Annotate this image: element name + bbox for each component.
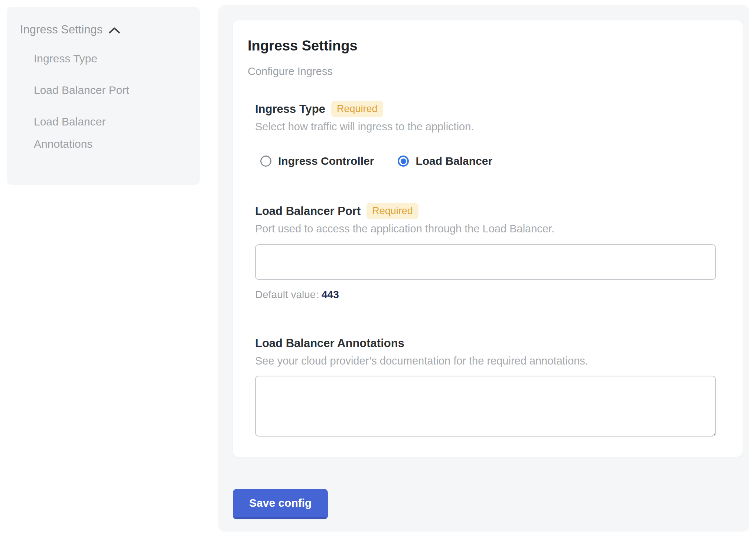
- load-balancer-annotations-textarea[interactable]: [255, 376, 716, 437]
- radio-option-load-balancer[interactable]: Load Balancer: [398, 155, 492, 167]
- sidebar-group-ingress-settings[interactable]: Ingress Settings: [20, 22, 186, 38]
- field-description-load-balancer-port: Port used to access the application thro…: [255, 222, 728, 235]
- field-label-load-balancer-annotations: Load Balancer Annotations: [255, 336, 404, 351]
- field-head: Load Balancer Port Required: [255, 203, 728, 219]
- field-load-balancer-port: Load Balancer Port Required Port used to…: [255, 203, 728, 301]
- required-badge: Required: [331, 101, 383, 117]
- field-description-ingress-type: Select how traffic will ingress to the a…: [255, 120, 728, 133]
- page-subtitle: Configure Ingress: [248, 65, 728, 78]
- sidebar-group-label: Ingress Settings: [20, 22, 102, 38]
- radio-icon[interactable]: [398, 156, 409, 167]
- field-ingress-type: Ingress Type Required Select how traffic…: [255, 101, 728, 167]
- settings-panel: Ingress Settings Configure Ingress Ingre…: [218, 5, 749, 532]
- ingress-type-radio-group: Ingress Controller Load Balancer: [255, 155, 728, 167]
- required-badge: Required: [366, 203, 418, 219]
- default-value: 443: [322, 289, 339, 300]
- field-load-balancer-annotations: Load Balancer Annotations See your cloud…: [255, 336, 728, 437]
- save-config-button[interactable]: Save config: [233, 489, 328, 519]
- ingress-settings-card: Ingress Settings Configure Ingress Ingre…: [233, 20, 743, 457]
- field-label-load-balancer-port: Load Balancer Port: [255, 203, 361, 219]
- field-head: Load Balancer Annotations: [255, 336, 728, 351]
- settings-nav-sidebar: Ingress Settings Ingress Type Load Balan…: [7, 7, 200, 185]
- radio-label: Load Balancer: [416, 155, 492, 167]
- list-item: Load Balancer Port: [34, 79, 186, 101]
- default-value-line: Default value: 443: [255, 288, 728, 301]
- radio-option-ingress-controller[interactable]: Ingress Controller: [260, 155, 374, 167]
- sidebar-item-list: Ingress Type Load Balancer Port Load Bal…: [20, 48, 186, 155]
- list-item: Load Balancer Annotations: [34, 111, 186, 155]
- default-value-label: Default value:: [255, 289, 319, 300]
- sidebar-item-load-balancer-port[interactable]: Load Balancer Port: [34, 79, 129, 101]
- sidebar-item-ingress-type[interactable]: Ingress Type: [34, 48, 97, 70]
- load-balancer-port-input[interactable]: [255, 244, 716, 280]
- field-head: Ingress Type Required: [255, 101, 728, 117]
- chevron-up-icon[interactable]: [108, 27, 120, 34]
- radio-label: Ingress Controller: [278, 155, 374, 167]
- sidebar-item-load-balancer-annotations[interactable]: Load Balancer Annotations: [34, 111, 156, 155]
- radio-icon[interactable]: [260, 156, 271, 167]
- page-title: Ingress Settings: [248, 37, 728, 54]
- field-description-load-balancer-annotations: See your cloud provider’s documentation …: [255, 354, 728, 368]
- list-item: Ingress Type: [34, 48, 186, 70]
- field-label-ingress-type: Ingress Type: [255, 101, 325, 117]
